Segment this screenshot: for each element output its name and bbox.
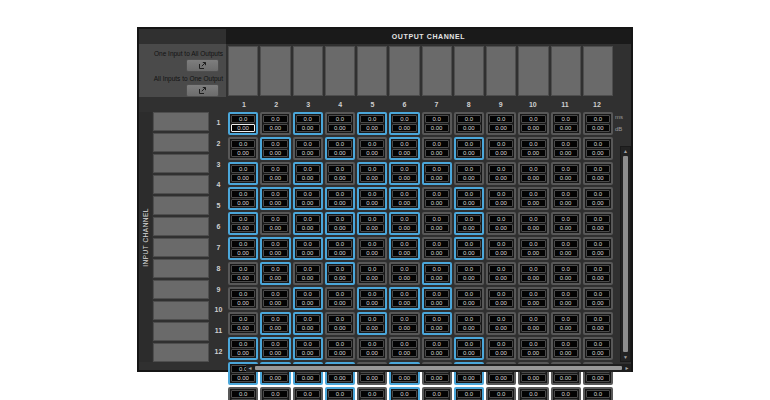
output-name-cell-11[interactable] xyxy=(551,46,581,96)
gain-value-10-5[interactable]: 0.00 xyxy=(360,349,384,357)
vertical-scrollbar-thumb[interactable] xyxy=(623,156,628,352)
matrix-cell-12-3[interactable]: 0.00.00 xyxy=(293,387,323,400)
delay-value-6-7[interactable]: 0.0 xyxy=(425,240,449,248)
matrix-cell-4-3[interactable]: 0.00.00 xyxy=(293,187,323,210)
input-name-cell-2[interactable] xyxy=(153,133,209,152)
matrix-cell-3-11[interactable]: 0.00.00 xyxy=(551,162,581,185)
matrix-cell-1-4[interactable]: 0.00.00 xyxy=(325,112,355,135)
matrix-cell-6-7[interactable]: 0.00.00 xyxy=(422,237,452,260)
matrix-cell-3-6[interactable]: 0.00.00 xyxy=(389,162,419,185)
matrix-cell-9-10[interactable]: 0.00.00 xyxy=(518,312,548,335)
matrix-cell-8-2[interactable]: 0.00.00 xyxy=(260,287,290,310)
delay-value-4-5[interactable]: 0.0 xyxy=(360,190,384,198)
output-name-cell-5[interactable] xyxy=(357,46,387,96)
gain-value-3-5[interactable]: 0.00 xyxy=(360,174,384,182)
delay-value-9-3[interactable]: 0.0 xyxy=(296,315,320,323)
gain-value-9-2[interactable]: 0.00 xyxy=(263,324,287,332)
delay-value-3-1[interactable]: 0.0 xyxy=(231,165,255,173)
delay-value-12-1[interactable]: 0.0 xyxy=(231,390,255,398)
matrix-cell-1-5[interactable]: 0.00.00 xyxy=(357,112,387,135)
gain-value-1-9[interactable]: 0.00 xyxy=(489,124,513,132)
delay-value-9-10[interactable]: 0.0 xyxy=(521,315,545,323)
gain-value-2-8[interactable]: 0.00 xyxy=(457,149,481,157)
gain-value-3-10[interactable]: 0.00 xyxy=(521,174,545,182)
matrix-cell-12-8[interactable]: 0.00.00 xyxy=(454,387,484,400)
gain-value-6-5[interactable]: 0.00 xyxy=(360,249,384,257)
matrix-cell-10-9[interactable]: 0.00.00 xyxy=(486,337,516,360)
all-inputs-one-output-button[interactable] xyxy=(186,84,219,97)
delay-value-10-9[interactable]: 0.0 xyxy=(489,340,513,348)
gain-value-4-6[interactable]: 0.00 xyxy=(392,199,416,207)
delay-value-3-11[interactable]: 0.0 xyxy=(554,165,578,173)
delay-value-6-5[interactable]: 0.0 xyxy=(360,240,384,248)
gain-value-8-4[interactable]: 0.00 xyxy=(328,299,352,307)
gain-value-1-11[interactable]: 0.00 xyxy=(554,124,578,132)
one-input-all-outputs-button[interactable] xyxy=(186,59,219,72)
delay-value-2-7[interactable]: 0.0 xyxy=(425,140,449,148)
delay-value-12-4[interactable]: 0.0 xyxy=(328,390,352,398)
gain-value-5-3[interactable]: 0.00 xyxy=(296,224,320,232)
gain-value-6-2[interactable]: 0.00 xyxy=(263,249,287,257)
matrix-cell-8-10[interactable]: 0.00.00 xyxy=(518,287,548,310)
matrix-cell-10-10[interactable]: 0.00.00 xyxy=(518,337,548,360)
input-name-cell-6[interactable] xyxy=(153,217,209,236)
delay-value-5-6[interactable]: 0.0 xyxy=(392,215,416,223)
output-name-cell-8[interactable] xyxy=(454,46,484,96)
matrix-cell-2-10[interactable]: 0.00.00 xyxy=(518,137,548,160)
gain-value-2-12[interactable]: 0.00 xyxy=(586,149,610,157)
delay-value-8-10[interactable]: 0.0 xyxy=(521,290,545,298)
delay-value-8-5[interactable]: 0.0 xyxy=(360,290,384,298)
gain-value-5-4[interactable]: 0.00 xyxy=(328,224,352,232)
delay-value-5-10[interactable]: 0.0 xyxy=(521,215,545,223)
matrix-cell-8-8[interactable]: 0.00.00 xyxy=(454,287,484,310)
output-name-cell-9[interactable] xyxy=(486,46,516,96)
matrix-cell-3-10[interactable]: 0.00.00 xyxy=(518,162,548,185)
gain-value-3-11[interactable]: 0.00 xyxy=(554,174,578,182)
delay-value-2-5[interactable]: 0.0 xyxy=(360,140,384,148)
matrix-cell-8-1[interactable]: 0.00.00 xyxy=(228,287,258,310)
delay-value-5-12[interactable]: 0.0 xyxy=(586,215,610,223)
matrix-cell-12-12[interactable]: 0.00.00 xyxy=(583,387,613,400)
matrix-cell-5-9[interactable]: 0.00.00 xyxy=(486,212,516,235)
gain-value-9-12[interactable]: 0.00 xyxy=(586,324,610,332)
gain-value-11-2[interactable]: 0.00 xyxy=(263,374,287,382)
gain-value-8-11[interactable]: 0.00 xyxy=(554,299,578,307)
gain-value-8-10[interactable]: 0.00 xyxy=(521,299,545,307)
delay-value-1-2[interactable]: 0.0 xyxy=(263,115,287,123)
gain-value-1-3[interactable]: 0.00 xyxy=(296,124,320,132)
gain-value-4-4[interactable]: 0.00 xyxy=(328,199,352,207)
matrix-cell-7-10[interactable]: 0.00.00 xyxy=(518,262,548,285)
matrix-cell-6-1[interactable]: 0.00.00 xyxy=(228,237,258,260)
scroll-down-icon[interactable]: ▼ xyxy=(621,353,630,361)
matrix-cell-9-9[interactable]: 0.00.00 xyxy=(486,312,516,335)
matrix-cell-5-6[interactable]: 0.00.00 xyxy=(389,212,419,235)
gain-value-4-10[interactable]: 0.00 xyxy=(521,199,545,207)
delay-value-10-2[interactable]: 0.0 xyxy=(263,340,287,348)
gain-value-5-2[interactable]: 0.00 xyxy=(263,224,287,232)
gain-value-6-10[interactable]: 0.00 xyxy=(521,249,545,257)
delay-value-12-6[interactable]: 0.0 xyxy=(392,390,416,398)
matrix-cell-9-3[interactable]: 0.00.00 xyxy=(293,312,323,335)
delay-value-12-12[interactable]: 0.0 xyxy=(586,390,610,398)
matrix-cell-5-3[interactable]: 0.00.00 xyxy=(293,212,323,235)
matrix-cell-5-11[interactable]: 0.00.00 xyxy=(551,212,581,235)
delay-value-5-7[interactable]: 0.0 xyxy=(425,215,449,223)
delay-value-12-7[interactable]: 0.0 xyxy=(425,390,449,398)
delay-value-2-11[interactable]: 0.0 xyxy=(554,140,578,148)
gain-value-3-3[interactable]: 0.00 xyxy=(296,174,320,182)
gain-value-11-1[interactable]: 0.00 xyxy=(231,374,255,382)
gain-value-10-7[interactable]: 0.00 xyxy=(425,349,449,357)
delay-value-9-7[interactable]: 0.0 xyxy=(425,315,449,323)
matrix-cell-5-5[interactable]: 0.00.00 xyxy=(357,212,387,235)
gain-value-10-8[interactable]: 0.00 xyxy=(457,349,481,357)
matrix-cell-9-8[interactable]: 0.00.00 xyxy=(454,312,484,335)
gain-value-9-5[interactable]: 0.00 xyxy=(360,324,384,332)
matrix-cell-8-12[interactable]: 0.00.00 xyxy=(583,287,613,310)
gain-value-3-6[interactable]: 0.00 xyxy=(392,174,416,182)
delay-value-9-12[interactable]: 0.0 xyxy=(586,315,610,323)
gain-value-4-3[interactable]: 0.00 xyxy=(296,199,320,207)
gain-value-6-9[interactable]: 0.00 xyxy=(489,249,513,257)
matrix-cell-2-11[interactable]: 0.00.00 xyxy=(551,137,581,160)
delay-value-6-12[interactable]: 0.0 xyxy=(586,240,610,248)
delay-value-8-8[interactable]: 0.0 xyxy=(457,290,481,298)
